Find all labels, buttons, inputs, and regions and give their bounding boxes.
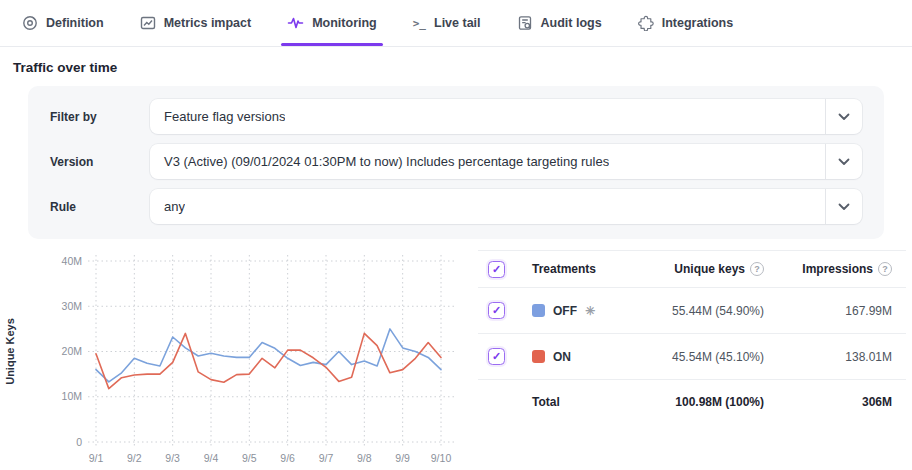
pulse-icon — [287, 15, 304, 31]
svg-text:9/10: 9/10 — [431, 452, 452, 464]
svg-text:9/7: 9/7 — [319, 452, 334, 464]
on-treatment-checkbox[interactable] — [488, 348, 505, 365]
svg-text:9/1: 9/1 — [89, 452, 104, 464]
tab-label: Definition — [46, 16, 104, 30]
table-row-total: Total 100.98M (100%) 306M — [478, 380, 906, 423]
treatment-name: ON — [553, 350, 571, 364]
help-icon[interactable] — [750, 262, 764, 276]
treatment-name-cell: OFF ✳ — [532, 304, 596, 318]
treatments-table: Treatments Unique keys Impressions OFF ✳… — [478, 250, 906, 423]
svg-text:9/8: 9/8 — [357, 452, 372, 464]
version-row: Version V3 (Active) (09/01/2024 01:30PM … — [50, 144, 862, 179]
tab-label: Integrations — [662, 16, 734, 30]
filter-by-value: Feature flag versions — [150, 109, 285, 124]
filter-by-label: Filter by — [50, 110, 150, 124]
svg-text:9/3: 9/3 — [165, 452, 180, 464]
impressions-column-header: Impressions — [764, 262, 892, 276]
rule-value: any — [150, 199, 185, 214]
traffic-line-chart: 010M20M30M40M9/19/29/39/49/59/69/79/89/9… — [0, 248, 472, 470]
tab-label: Metrics impact — [164, 16, 252, 30]
tab-definition[interactable]: Definition — [22, 0, 104, 46]
puzzle-icon — [638, 15, 654, 31]
metrics-chart-icon — [140, 15, 156, 31]
tab-bar: Definition Metrics impact Monitoring >_ … — [0, 0, 912, 47]
off-treatment-checkbox[interactable] — [488, 302, 505, 319]
svg-text:9/2: 9/2 — [127, 452, 142, 464]
unique-keys-column-header: Unique keys — [596, 262, 764, 276]
monitoring-content: 010M20M30M40M9/19/29/39/49/59/69/79/89/9… — [0, 248, 912, 470]
off-color-swatch — [532, 304, 545, 317]
treatment-name-cell: ON — [532, 350, 596, 364]
chevron-down-icon — [825, 144, 862, 179]
terminal-icon: >_ — [413, 17, 426, 30]
impressions-value: 167.99M — [764, 304, 892, 318]
target-icon — [22, 15, 38, 31]
filter-by-row: Filter by Feature flag versions — [50, 99, 862, 134]
svg-text:9/5: 9/5 — [242, 452, 257, 464]
svg-text:10M: 10M — [62, 390, 82, 402]
table-row-off: OFF ✳ 55.44M (54.90%) 167.99M — [478, 288, 906, 334]
total-impressions: 306M — [764, 395, 892, 409]
tab-label: Monitoring — [312, 16, 377, 30]
total-unique-keys: 100.98M (100%) — [596, 395, 764, 409]
audit-log-icon — [517, 15, 533, 31]
treatments-table-header: Treatments Unique keys Impressions — [478, 251, 906, 288]
svg-text:9/4: 9/4 — [204, 452, 219, 464]
tab-integrations[interactable]: Integrations — [638, 0, 734, 46]
chevron-down-icon — [825, 189, 862, 224]
default-treatment-icon: ✳ — [585, 304, 595, 318]
version-value: V3 (Active) (09/01/2024 01:30PM to now) … — [150, 154, 609, 169]
svg-text:0: 0 — [76, 436, 82, 448]
tab-label: Live tail — [434, 16, 481, 30]
table-row-on: ON 45.54M (45.10%) 138.01M — [478, 334, 906, 380]
filter-by-select[interactable]: Feature flag versions — [150, 99, 862, 134]
chevron-down-icon — [825, 99, 862, 134]
tab-metrics-impact[interactable]: Metrics impact — [140, 0, 252, 46]
treatments-column-header: Treatments — [532, 262, 596, 276]
svg-text:9/6: 9/6 — [280, 452, 295, 464]
tab-audit-logs[interactable]: Audit logs — [517, 0, 602, 46]
traffic-chart: 010M20M30M40M9/19/29/39/49/59/69/79/89/9… — [0, 248, 472, 470]
unique-keys-value: 45.54M (45.10%) — [596, 350, 764, 364]
help-icon[interactable] — [878, 262, 892, 276]
tab-label: Audit logs — [541, 16, 602, 30]
total-label: Total — [532, 395, 596, 409]
select-all-checkbox[interactable] — [488, 261, 505, 278]
tab-monitoring[interactable]: Monitoring — [287, 0, 377, 46]
impressions-value: 138.01M — [764, 350, 892, 364]
treatment-name: OFF — [553, 304, 577, 318]
svg-text:40M: 40M — [62, 255, 82, 267]
svg-text:9/9: 9/9 — [395, 452, 410, 464]
version-select[interactable]: V3 (Active) (09/01/2024 01:30PM to now) … — [150, 144, 862, 179]
tab-live-tail[interactable]: >_ Live tail — [413, 0, 481, 46]
unique-keys-value: 55.44M (54.90%) — [596, 304, 764, 318]
rule-label: Rule — [50, 200, 150, 214]
rule-select[interactable]: any — [150, 189, 862, 224]
svg-text:20M: 20M — [62, 345, 82, 357]
version-label: Version — [50, 155, 150, 169]
svg-text:30M: 30M — [62, 300, 82, 312]
svg-text:Unique Keys: Unique Keys — [4, 318, 16, 385]
filter-panel: Filter by Feature flag versions Version … — [28, 86, 884, 239]
on-color-swatch — [532, 350, 545, 363]
rule-row: Rule any — [50, 189, 862, 224]
page-title: Traffic over time — [13, 60, 912, 75]
